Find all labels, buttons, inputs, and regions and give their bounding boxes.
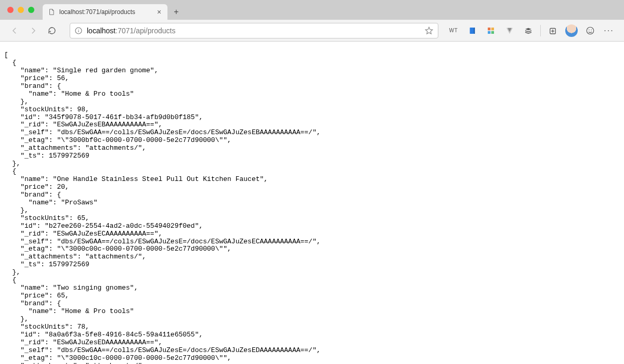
window-close-button[interactable] bbox=[7, 7, 14, 13]
svg-point-14 bbox=[591, 29, 592, 30]
avatar-icon bbox=[565, 24, 578, 37]
address-bar[interactable]: localhost:7071/api/products bbox=[70, 23, 438, 38]
new-tab-button[interactable]: + bbox=[170, 5, 183, 19]
address-path: :7071/api/products bbox=[115, 27, 175, 35]
window-controls bbox=[5, 0, 37, 20]
refresh-button[interactable] bbox=[44, 22, 60, 39]
extension-vue-icon[interactable] bbox=[501, 22, 518, 39]
toolbar-right: WT ··· bbox=[445, 22, 618, 39]
address-host: localhost bbox=[87, 27, 115, 35]
response-body[interactable]: [ { "name": "Single red garden gnome", "… bbox=[0, 48, 624, 364]
svg-rect-7 bbox=[488, 31, 490, 33]
page-icon bbox=[48, 8, 55, 16]
extension-wt-icon[interactable]: WT bbox=[445, 22, 462, 39]
more-dots-icon: ··· bbox=[604, 26, 614, 35]
tab-close-button[interactable]: × bbox=[155, 8, 163, 16]
extension-stack-icon[interactable] bbox=[519, 22, 537, 39]
back-button[interactable] bbox=[6, 22, 23, 39]
svg-point-13 bbox=[589, 29, 590, 30]
window-minimize-button[interactable] bbox=[18, 7, 24, 13]
svg-rect-6 bbox=[491, 28, 494, 30]
favorite-icon[interactable] bbox=[424, 26, 434, 35]
svg-rect-5 bbox=[488, 28, 490, 30]
collections-icon[interactable] bbox=[544, 22, 562, 39]
settings-more-button[interactable]: ··· bbox=[600, 22, 618, 39]
toolbar-divider bbox=[540, 25, 541, 36]
profile-avatar[interactable] bbox=[563, 22, 580, 39]
svg-point-12 bbox=[587, 27, 594, 34]
browser-toolbar: localhost:7071/api/products WT ··· bbox=[0, 20, 624, 42]
extension-book-icon[interactable] bbox=[463, 22, 481, 39]
site-info-icon[interactable] bbox=[74, 27, 83, 35]
svg-rect-3 bbox=[470, 28, 474, 34]
extension-grid-icon[interactable] bbox=[482, 22, 500, 39]
window-maximize-button[interactable] bbox=[28, 7, 34, 13]
forward-button[interactable] bbox=[25, 22, 42, 39]
tab-strip: localhost:7071/api/products × + bbox=[0, 0, 624, 20]
svg-rect-8 bbox=[491, 31, 494, 33]
svg-rect-4 bbox=[474, 28, 475, 34]
browser-tab[interactable]: localhost:7071/api/products × bbox=[43, 4, 167, 20]
feedback-icon[interactable] bbox=[581, 22, 599, 39]
svg-point-2 bbox=[78, 29, 79, 29]
tab-title: localhost:7071/api/products bbox=[59, 8, 151, 16]
address-url: localhost:7071/api/products bbox=[87, 27, 420, 35]
